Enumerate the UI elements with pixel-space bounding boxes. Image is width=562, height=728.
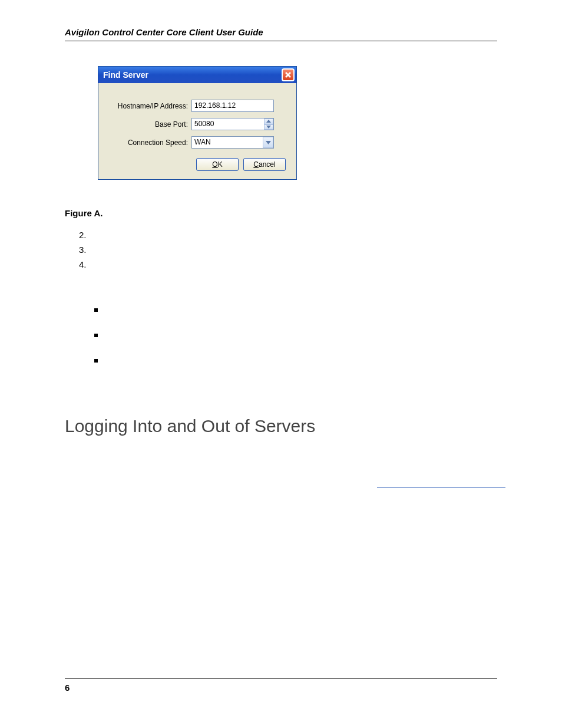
chevron-up-icon [266,120,271,123]
baseport-spin-up[interactable] [264,118,273,124]
list-item-4: 4. [79,259,497,269]
running-header: Avigilon Control Center Core Client User… [65,27,497,41]
connspeed-label: Connection Speed: [109,139,191,147]
list-item-2: 2. [79,230,497,240]
list-item-3: 3. [79,245,497,255]
connspeed-select[interactable]: WAN [191,136,274,149]
cancel-button[interactable]: Cancel [243,158,286,171]
page-footer: 6 [65,678,497,693]
find-server-dialog: Find Server Hostname/IP Address: 192.168… [98,66,297,180]
close-icon [285,71,292,78]
hyperlink[interactable] [377,487,505,487]
hostname-label: Hostname/IP Address: [109,102,191,110]
page-number: 6 [65,683,70,693]
chevron-down-icon [266,141,271,144]
bullet-icon [94,359,98,363]
close-button[interactable] [282,68,295,81]
hostname-input[interactable]: 192.168.1.12 [191,100,274,112]
connspeed-dropdown-button[interactable] [263,137,273,148]
svg-marker-2 [266,120,271,123]
chevron-down-icon [266,126,271,129]
baseport-label: Base Port: [109,120,191,129]
baseport-input[interactable]: 50080 [191,118,274,130]
dialog-titlebar: Find Server [98,67,296,83]
section-heading: Logging Into and Out of Servers [65,416,497,436]
bullet-list [94,308,497,384]
dialog-title: Find Server [103,70,148,80]
svg-marker-4 [266,141,271,144]
svg-marker-3 [266,126,271,129]
dialog-body: Hostname/IP Address: 192.168.1.12 Base P… [98,83,296,179]
bullet-icon [94,308,98,312]
figure-label: Figure A. [65,208,497,218]
baseport-spin-down[interactable] [264,124,273,130]
numbered-list: 2. 3. 4. [79,230,497,269]
ok-button[interactable]: OK [196,158,239,171]
bullet-icon [94,334,98,337]
